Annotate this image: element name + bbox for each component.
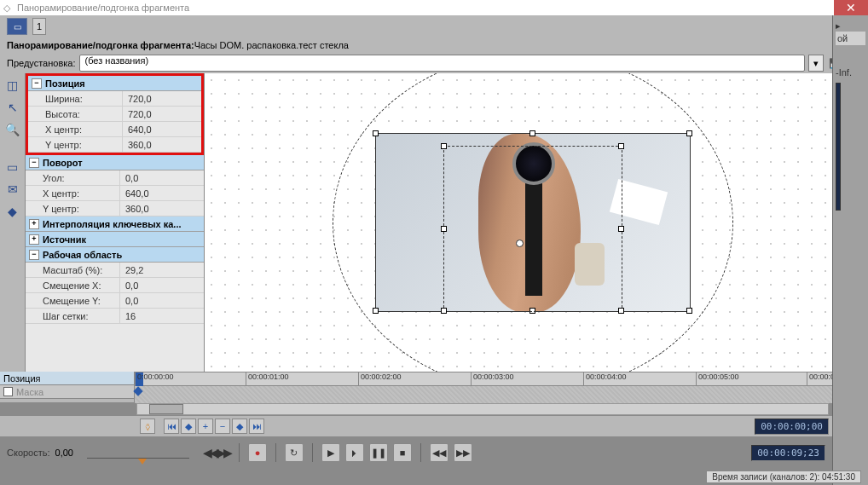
pointer-tool-icon[interactable]: ↖ xyxy=(4,99,21,116)
prop-rot-xc-label: X центр: xyxy=(26,188,119,199)
prop-width-label: Ширина: xyxy=(28,94,122,104)
select-tool-icon[interactable]: ▭ xyxy=(4,159,21,176)
crop-center-point[interactable] xyxy=(516,240,524,247)
go-end-button[interactable]: ▶▶ xyxy=(454,443,472,462)
workspace-icon[interactable]: ▭ xyxy=(7,18,27,35)
video-preview xyxy=(376,134,690,311)
collapse-icon[interactable]: − xyxy=(32,78,42,89)
prop-offsetx-row: Смещение X:0,0 xyxy=(26,278,204,293)
lane-position[interactable]: Позиция xyxy=(0,372,134,385)
prop-rot-yc-label: Y центр: xyxy=(26,204,119,214)
scrollbar-thumb[interactable] xyxy=(149,404,183,414)
separator xyxy=(312,443,313,462)
prop-scale-label: Масштаб (%): xyxy=(26,265,119,275)
separator xyxy=(275,443,276,462)
preset-label: Предустановка: xyxy=(7,58,76,68)
prop-height-label: Высота: xyxy=(28,109,122,119)
prop-height-value[interactable]: 720,0 xyxy=(122,107,201,121)
lane-mask-checkbox[interactable] xyxy=(3,387,13,396)
prop-rot-xc-row: X центр:640,0 xyxy=(26,186,204,201)
titlebar: ◇ Панорамирование/подгонка фрагмента ✕ xyxy=(0,0,868,15)
prop-height-row: Высота:720,0 xyxy=(28,107,201,122)
close-button[interactable]: ✕ xyxy=(834,0,868,15)
envelope-tool-icon[interactable]: ✉ xyxy=(4,181,21,198)
prop-scale-value[interactable]: 29,2 xyxy=(119,263,204,277)
prop-offsety-value[interactable]: 0,0 xyxy=(119,293,204,308)
tl-tick-0: 0:00:00:00 xyxy=(135,372,174,386)
right-trim-tab[interactable]: ▸ xyxy=(836,20,865,32)
source-title: Источник xyxy=(43,234,86,245)
scrub-arrows-icon[interactable]: ◀◀▶▶ xyxy=(203,446,230,459)
prop-offsetx-value[interactable]: 0,0 xyxy=(119,278,204,292)
speed-scrubber[interactable] xyxy=(87,447,189,459)
preset-value: (без названия) xyxy=(85,55,149,66)
transport-time-display[interactable]: 00:00:09;23 xyxy=(751,445,825,461)
speed-scrubber-handle[interactable] xyxy=(138,459,147,465)
expand-icon[interactable]: + xyxy=(29,219,39,229)
stop-button[interactable]: ■ xyxy=(393,443,412,462)
timeline-body[interactable] xyxy=(135,386,832,403)
kf-prev-button[interactable]: ◆ xyxy=(181,419,196,434)
zoom-tool-icon[interactable]: 🔍 xyxy=(4,121,21,138)
right-trim-label: ой xyxy=(836,32,865,45)
prop-rot-xc-value[interactable]: 640,0 xyxy=(119,186,204,200)
prop-offsetx-label: Смещение X: xyxy=(26,280,119,291)
preview-watch xyxy=(512,142,555,185)
workspace-tab-1[interactable]: 1 xyxy=(32,18,46,35)
separator xyxy=(239,443,240,462)
interp-group-header[interactable]: +Интерполяция ключевых ка... xyxy=(26,217,204,232)
workarea-title: Рабочая область xyxy=(43,250,122,260)
prop-scale-row: Масштаб (%):29,2 xyxy=(26,263,204,278)
prop-xcenter-value[interactable]: 640,0 xyxy=(122,122,201,136)
play-button[interactable]: ▶ xyxy=(321,443,340,462)
properties-panel: −Позиция Ширина:720,0 Высота:720,0 X цен… xyxy=(26,73,205,372)
timeline-scrollbar[interactable] xyxy=(136,403,829,415)
prop-rot-yc-value[interactable]: 360,0 xyxy=(119,201,204,216)
expand-icon[interactable]: + xyxy=(29,234,39,245)
workarea-group-header[interactable]: −Рабочая область xyxy=(26,247,204,263)
sync-cursor-button[interactable]: ⎀ xyxy=(140,419,155,434)
kf-last-button[interactable]: ⏭ xyxy=(249,419,264,434)
collapse-icon[interactable]: − xyxy=(29,158,39,168)
tl-tick-3: 00:00:03:00 xyxy=(471,372,514,386)
pause-button[interactable]: ❚❚ xyxy=(369,443,388,462)
transport-row: Скорость: 0,00 ◀◀▶▶ ● ↻ ▶ ⏵ ❚❚ ■ ◀◀ ▶▶ 0… xyxy=(0,440,832,465)
lanes-labels: Позиция Маска xyxy=(0,372,135,402)
timeline-ruler[interactable]: 0:00:00:00 00:00:01:00 00:00:02:00 00:00… xyxy=(135,372,832,386)
source-group-header[interactable]: +Источник xyxy=(26,232,204,247)
prop-offsety-label: Смещение Y: xyxy=(26,296,119,306)
lane-mask[interactable]: Маска xyxy=(0,385,134,399)
prop-angle-value[interactable]: 0,0 xyxy=(119,170,204,185)
prop-ycenter-value[interactable]: 360,0 xyxy=(122,137,201,152)
status-bar: Время записи (каналов: 2): 04:51:30 xyxy=(706,468,861,485)
kf-next-button[interactable]: ◆ xyxy=(232,419,247,434)
go-start-button[interactable]: ◀◀ xyxy=(430,443,448,462)
prop-width-value[interactable]: 720,0 xyxy=(122,91,201,106)
prop-gridstep-value[interactable]: 16 xyxy=(119,309,204,323)
snap-tool-icon[interactable]: ◆ xyxy=(4,203,21,220)
prop-ycenter-row: Y центр:360,0 xyxy=(28,137,201,153)
record-button[interactable]: ● xyxy=(248,443,267,462)
right-trim-panel: ▸ ой -Inf. xyxy=(832,15,868,485)
mode-icon[interactable]: ◫ xyxy=(4,77,21,94)
kf-add-button[interactable]: + xyxy=(198,419,213,434)
keyframe-timeline[interactable]: 0:00:00:00 00:00:01:00 00:00:02:00 00:00… xyxy=(135,372,832,402)
collapse-icon[interactable]: − xyxy=(29,250,39,260)
prop-xcenter-label: X центр: xyxy=(28,124,122,135)
crop-canvas[interactable] xyxy=(205,73,868,372)
kf-first-button[interactable]: ⏮ xyxy=(164,419,179,434)
audio-meter xyxy=(836,83,841,211)
lane-mask-label: Маска xyxy=(16,387,43,397)
preset-dropdown-icon[interactable]: ▾ xyxy=(808,55,824,72)
position-group-header[interactable]: −Позиция xyxy=(28,76,201,91)
kf-del-button[interactable]: − xyxy=(215,419,230,434)
rotation-group-header[interactable]: −Поворот xyxy=(26,155,204,170)
workspace-tabs: ▭ 1 xyxy=(0,15,868,38)
preset-select[interactable]: (без названия) xyxy=(79,55,806,72)
tl-tick-5: 00:00:05:00 xyxy=(696,372,739,386)
prop-gridstep-row: Шаг сетки:16 xyxy=(26,309,204,324)
play-from-start-button[interactable]: ⏵ xyxy=(345,443,364,462)
keyframe-time-display[interactable]: 00:00:00;00 xyxy=(755,419,829,435)
preview-bg-obj xyxy=(575,243,605,286)
loop-button[interactable]: ↻ xyxy=(285,443,304,462)
